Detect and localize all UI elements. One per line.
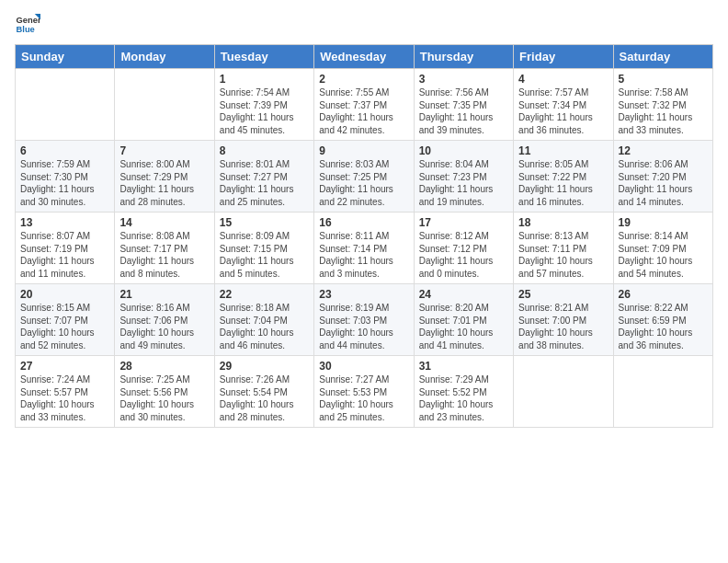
day-cell bbox=[16, 69, 115, 141]
day-number: 1 bbox=[220, 73, 309, 86]
day-cell: 3Sunrise: 7:56 AM Sunset: 7:35 PM Daylig… bbox=[414, 69, 513, 141]
day-cell: 29Sunrise: 7:26 AM Sunset: 5:54 PM Dayli… bbox=[214, 356, 313, 428]
day-number: 14 bbox=[119, 216, 209, 229]
day-number: 7 bbox=[119, 144, 209, 157]
header-sunday: Sunday bbox=[16, 45, 115, 69]
day-number: 5 bbox=[619, 73, 708, 86]
day-number: 21 bbox=[119, 288, 209, 301]
day-info: Sunrise: 7:59 AM Sunset: 7:30 PM Dayligh… bbox=[20, 158, 109, 208]
day-cell: 19Sunrise: 8:14 AM Sunset: 7:09 PM Dayli… bbox=[613, 213, 712, 284]
week-row-5: 27Sunrise: 7:24 AM Sunset: 5:57 PM Dayli… bbox=[16, 356, 713, 428]
day-cell: 5Sunrise: 7:58 AM Sunset: 7:32 PM Daylig… bbox=[613, 69, 712, 141]
day-info: Sunrise: 7:56 AM Sunset: 7:35 PM Dayligh… bbox=[419, 86, 508, 136]
day-number: 2 bbox=[319, 73, 408, 86]
day-cell: 13Sunrise: 8:07 AM Sunset: 7:19 PM Dayli… bbox=[16, 213, 115, 284]
days-header-row: SundayMondayTuesdayWednesdayThursdayFrid… bbox=[16, 45, 713, 69]
day-info: Sunrise: 7:25 AM Sunset: 5:56 PM Dayligh… bbox=[119, 373, 209, 423]
day-info: Sunrise: 7:57 AM Sunset: 7:34 PM Dayligh… bbox=[518, 86, 608, 136]
day-info: Sunrise: 8:12 AM Sunset: 7:12 PM Dayligh… bbox=[419, 230, 508, 280]
day-cell: 24Sunrise: 8:20 AM Sunset: 7:01 PM Dayli… bbox=[414, 284, 513, 356]
day-number: 9 bbox=[319, 144, 408, 157]
day-info: Sunrise: 8:14 AM Sunset: 7:09 PM Dayligh… bbox=[619, 230, 708, 280]
day-cell: 30Sunrise: 7:27 AM Sunset: 5:53 PM Dayli… bbox=[314, 356, 414, 428]
day-number: 31 bbox=[419, 360, 508, 373]
day-cell: 20Sunrise: 8:15 AM Sunset: 7:07 PM Dayli… bbox=[16, 284, 115, 356]
day-number: 19 bbox=[619, 216, 708, 229]
day-number: 24 bbox=[419, 288, 508, 301]
day-cell: 14Sunrise: 8:08 AM Sunset: 7:17 PM Dayli… bbox=[115, 213, 214, 284]
day-cell: 4Sunrise: 7:57 AM Sunset: 7:34 PM Daylig… bbox=[514, 69, 613, 141]
day-cell: 25Sunrise: 8:21 AM Sunset: 7:00 PM Dayli… bbox=[514, 284, 613, 356]
week-row-1: 1Sunrise: 7:54 AM Sunset: 7:39 PM Daylig… bbox=[16, 69, 713, 141]
day-number: 20 bbox=[20, 288, 109, 301]
day-cell: 2Sunrise: 7:55 AM Sunset: 7:37 PM Daylig… bbox=[314, 69, 414, 141]
day-cell: 17Sunrise: 8:12 AM Sunset: 7:12 PM Dayli… bbox=[414, 213, 513, 284]
day-info: Sunrise: 8:05 AM Sunset: 7:22 PM Dayligh… bbox=[518, 158, 608, 208]
day-info: Sunrise: 8:08 AM Sunset: 7:17 PM Dayligh… bbox=[119, 230, 209, 280]
day-cell: 15Sunrise: 8:09 AM Sunset: 7:15 PM Dayli… bbox=[214, 213, 313, 284]
day-number: 28 bbox=[119, 360, 209, 373]
day-number: 17 bbox=[419, 216, 508, 229]
day-cell: 21Sunrise: 8:16 AM Sunset: 7:06 PM Dayli… bbox=[115, 284, 214, 356]
day-info: Sunrise: 8:11 AM Sunset: 7:14 PM Dayligh… bbox=[319, 230, 408, 280]
day-info: Sunrise: 7:58 AM Sunset: 7:32 PM Dayligh… bbox=[619, 86, 708, 136]
day-number: 30 bbox=[319, 360, 408, 373]
day-cell: 6Sunrise: 7:59 AM Sunset: 7:30 PM Daylig… bbox=[16, 141, 115, 213]
day-info: Sunrise: 8:09 AM Sunset: 7:15 PM Dayligh… bbox=[220, 230, 309, 280]
day-number: 8 bbox=[220, 144, 309, 157]
day-number: 12 bbox=[619, 144, 708, 157]
day-cell: 16Sunrise: 8:11 AM Sunset: 7:14 PM Dayli… bbox=[314, 213, 414, 284]
day-cell: 12Sunrise: 8:06 AM Sunset: 7:20 PM Dayli… bbox=[613, 141, 712, 213]
day-info: Sunrise: 7:55 AM Sunset: 7:37 PM Dayligh… bbox=[319, 86, 408, 136]
day-number: 18 bbox=[518, 216, 608, 229]
svg-text:General: General bbox=[17, 16, 40, 25]
day-info: Sunrise: 8:19 AM Sunset: 7:03 PM Dayligh… bbox=[319, 302, 408, 351]
day-cell: 8Sunrise: 8:01 AM Sunset: 7:27 PM Daylig… bbox=[214, 141, 313, 213]
day-number: 23 bbox=[319, 288, 408, 301]
day-info: Sunrise: 8:00 AM Sunset: 7:29 PM Dayligh… bbox=[119, 158, 209, 208]
day-info: Sunrise: 8:07 AM Sunset: 7:19 PM Dayligh… bbox=[20, 230, 109, 280]
day-number: 6 bbox=[20, 144, 109, 157]
week-row-2: 6Sunrise: 7:59 AM Sunset: 7:30 PM Daylig… bbox=[16, 141, 713, 213]
day-cell: 9Sunrise: 8:03 AM Sunset: 7:25 PM Daylig… bbox=[314, 141, 414, 213]
header: General Blue bbox=[15, 11, 713, 37]
day-info: Sunrise: 7:54 AM Sunset: 7:39 PM Dayligh… bbox=[220, 86, 309, 136]
day-info: Sunrise: 8:15 AM Sunset: 7:07 PM Dayligh… bbox=[20, 302, 109, 351]
day-info: Sunrise: 8:16 AM Sunset: 7:06 PM Dayligh… bbox=[119, 302, 209, 351]
day-info: Sunrise: 8:20 AM Sunset: 7:01 PM Dayligh… bbox=[419, 302, 508, 351]
day-cell bbox=[115, 69, 214, 141]
day-info: Sunrise: 8:03 AM Sunset: 7:25 PM Dayligh… bbox=[319, 158, 408, 208]
day-number: 22 bbox=[220, 288, 309, 301]
day-number: 13 bbox=[20, 216, 109, 229]
week-row-3: 13Sunrise: 8:07 AM Sunset: 7:19 PM Dayli… bbox=[16, 213, 713, 284]
day-number: 15 bbox=[220, 216, 309, 229]
logo: General Blue bbox=[15, 11, 40, 37]
page: General Blue SundayMondayTuesdayWednesda… bbox=[0, 0, 728, 563]
day-number: 4 bbox=[518, 73, 608, 86]
svg-text:Blue: Blue bbox=[17, 25, 35, 34]
header-friday: Friday bbox=[514, 45, 613, 69]
day-cell: 11Sunrise: 8:05 AM Sunset: 7:22 PM Dayli… bbox=[514, 141, 613, 213]
day-cell: 27Sunrise: 7:24 AM Sunset: 5:57 PM Dayli… bbox=[16, 356, 115, 428]
day-number: 3 bbox=[419, 73, 508, 86]
day-number: 25 bbox=[518, 288, 608, 301]
header-wednesday: Wednesday bbox=[314, 45, 414, 69]
day-info: Sunrise: 7:26 AM Sunset: 5:54 PM Dayligh… bbox=[220, 373, 309, 423]
day-number: 29 bbox=[220, 360, 309, 373]
header-saturday: Saturday bbox=[613, 45, 712, 69]
day-cell: 28Sunrise: 7:25 AM Sunset: 5:56 PM Dayli… bbox=[115, 356, 214, 428]
day-cell bbox=[613, 356, 712, 428]
header-thursday: Thursday bbox=[414, 45, 513, 69]
day-number: 10 bbox=[419, 144, 508, 157]
day-number: 16 bbox=[319, 216, 408, 229]
day-cell: 18Sunrise: 8:13 AM Sunset: 7:11 PM Dayli… bbox=[514, 213, 613, 284]
header-monday: Monday bbox=[115, 45, 214, 69]
day-cell: 7Sunrise: 8:00 AM Sunset: 7:29 PM Daylig… bbox=[115, 141, 214, 213]
day-cell: 1Sunrise: 7:54 AM Sunset: 7:39 PM Daylig… bbox=[214, 69, 313, 141]
day-cell: 23Sunrise: 8:19 AM Sunset: 7:03 PM Dayli… bbox=[314, 284, 414, 356]
day-info: Sunrise: 7:24 AM Sunset: 5:57 PM Dayligh… bbox=[20, 373, 109, 423]
day-cell bbox=[514, 356, 613, 428]
day-info: Sunrise: 8:13 AM Sunset: 7:11 PM Dayligh… bbox=[518, 230, 608, 280]
day-info: Sunrise: 8:01 AM Sunset: 7:27 PM Dayligh… bbox=[220, 158, 309, 208]
day-cell: 26Sunrise: 8:22 AM Sunset: 6:59 PM Dayli… bbox=[613, 284, 712, 356]
